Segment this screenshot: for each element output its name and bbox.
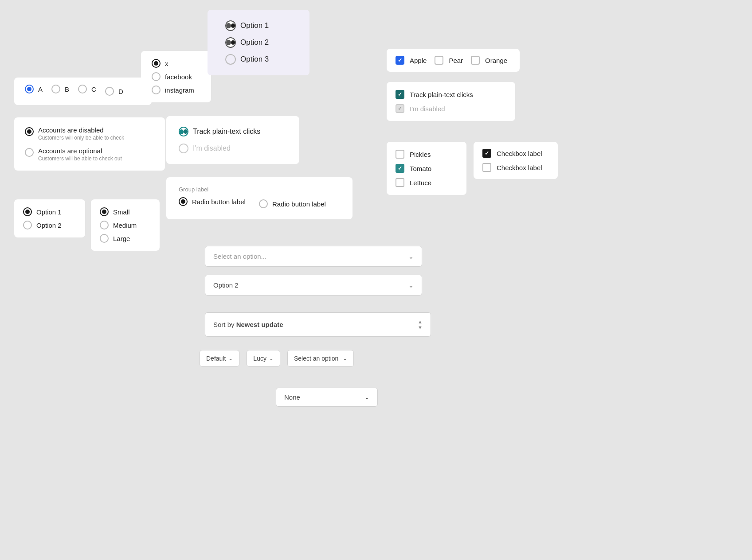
select-sortby[interactable]: Sort by Newest update ▲▼ xyxy=(205,312,431,337)
radio-option3-label: Option 3 xyxy=(240,55,269,64)
radio-group-btn2[interactable]: Radio button label xyxy=(259,199,326,208)
radio-option2-large[interactable]: Option 2 xyxy=(225,37,292,48)
select-option2[interactable]: Option 2 ⌄ xyxy=(205,275,422,296)
checkbox-label2-text: Checkbox label xyxy=(497,164,542,171)
select-sortby-text: Sort by Newest update xyxy=(213,321,283,328)
radio-opt2-small-label: Option 2 xyxy=(36,222,62,229)
radio-card-group: Group label Radio button label Radio but… xyxy=(166,177,352,219)
radio-facebook[interactable]: facebook xyxy=(152,72,200,81)
radio-large-circle xyxy=(100,234,109,243)
checkbox-tomato[interactable]: ✓ Tomato xyxy=(396,164,458,173)
radio-instagram[interactable]: instagram xyxy=(152,86,200,94)
checkbox-lettuce-box xyxy=(396,178,404,187)
radio-instagram-label: instagram xyxy=(165,86,194,94)
radio-facebook-circle xyxy=(152,72,161,81)
checkbox-pickles-label: Pickles xyxy=(410,151,431,158)
tomato-checkmark: ✓ xyxy=(398,166,402,171)
radio-opt1-small-circle xyxy=(23,207,32,216)
label1-checkmark: ✓ xyxy=(485,151,489,156)
radio-option1-circle xyxy=(225,20,236,31)
radio-d[interactable]: D xyxy=(105,87,123,96)
radio-small-label: Small xyxy=(113,208,130,216)
radio-instagram-circle xyxy=(152,86,161,94)
radio-track-circle xyxy=(179,127,188,136)
radio-group-btn2-label: Radio button label xyxy=(272,200,326,208)
radio-accounts-disabled-label: Accounts are disabled xyxy=(38,126,104,134)
checkbox-track-label: Track plain-text clicks xyxy=(410,91,473,98)
chevron-down-icon2: ⌄ xyxy=(408,282,414,289)
select-none-value: None xyxy=(284,393,300,401)
checkbox-track-box: ✓ xyxy=(396,90,404,99)
checkbox-card-fruits: ✓ Apple Pear Orange xyxy=(387,49,520,72)
select-an-option[interactable]: Select an option ⌄ xyxy=(287,350,354,367)
radio-disabled: I'm disabled xyxy=(179,144,287,153)
select-option-placeholder[interactable]: Select an option... ⌄ xyxy=(205,246,422,267)
radio-opt1-small-label: Option 1 xyxy=(36,208,62,216)
select-an-option-value: Select an option xyxy=(294,355,338,362)
radio-opt2-small[interactable]: Option 2 xyxy=(23,221,76,229)
select-lucy[interactable]: Lucy ⌄ xyxy=(247,350,280,367)
radio-accounts-optional[interactable]: Accounts are optional Customers will be … xyxy=(25,147,154,162)
checkbox-disabled-box: ✓ xyxy=(396,104,404,113)
checkbox-lettuce[interactable]: Lettuce xyxy=(396,178,458,187)
checkbox-apple-label: Apple xyxy=(410,57,427,64)
chevron-down-icon6: ⌄ xyxy=(364,394,369,401)
radio-card-xyz: x facebook instagram xyxy=(141,51,211,102)
radio-small[interactable]: Small xyxy=(100,207,151,216)
checkbox-disabled-label: I'm disabled xyxy=(410,105,445,113)
radio-group-btn1-label: Radio button label xyxy=(192,198,246,206)
checkbox-apple-box: ✓ xyxy=(396,56,404,65)
group-label: Group label xyxy=(179,186,340,193)
checkbox-pickles[interactable]: Pickles xyxy=(396,150,458,159)
radio-a[interactable]: A xyxy=(25,85,43,93)
radio-large[interactable]: Large xyxy=(100,234,151,243)
select-option-value: Select an option... xyxy=(213,253,266,260)
checkbox-orange-label: Orange xyxy=(485,57,507,64)
radio-medium-circle xyxy=(100,221,109,229)
checkbox-orange[interactable]: Orange xyxy=(471,56,507,65)
radio-x[interactable]: x xyxy=(152,59,200,68)
checkbox-pear-label: Pear xyxy=(449,57,463,64)
radio-medium[interactable]: Medium xyxy=(100,221,151,229)
checkbox-label1-box: ✓ xyxy=(482,149,491,158)
checkbox-label1[interactable]: ✓ Checkbox label xyxy=(482,149,549,158)
radio-opt1-small[interactable]: Option 1 xyxy=(23,207,76,216)
checkbox-track[interactable]: ✓ Track plain-text clicks xyxy=(396,90,506,99)
checkbox-apple[interactable]: ✓ Apple xyxy=(396,56,427,65)
select-default-value: Default xyxy=(206,355,226,362)
radio-a-label: A xyxy=(38,86,43,93)
checkbox-track-disabled: ✓ I'm disabled xyxy=(396,104,506,113)
select-default[interactable]: Default ⌄ xyxy=(200,350,239,367)
select-none[interactable]: None ⌄ xyxy=(276,388,378,407)
radio-accounts-disabled[interactable]: Accounts are disabled Customers will onl… xyxy=(25,126,154,141)
radio-option3-large[interactable]: Option 3 xyxy=(225,54,292,65)
radio-b[interactable]: B xyxy=(51,85,69,93)
chevron-down-icon: ⌄ xyxy=(408,253,414,260)
checkbox-pear[interactable]: Pear xyxy=(435,56,463,65)
radio-c[interactable]: C xyxy=(78,85,96,93)
radio-facebook-label: facebook xyxy=(165,73,192,81)
radio-b-circle xyxy=(51,85,60,93)
chevron-down-icon3: ⌄ xyxy=(228,355,233,362)
radio-card-accounts: Accounts are disabled Customers will onl… xyxy=(14,117,165,171)
radio-opt2-small-circle xyxy=(23,221,32,229)
radio-group-btn2-circle xyxy=(259,199,268,208)
radio-accounts-disabled-circle xyxy=(25,127,34,136)
select-lucy-value: Lucy xyxy=(253,355,266,362)
apple-checkmark: ✓ xyxy=(398,58,402,63)
radio-card-track: Track plain-text clicks I'm disabled xyxy=(166,116,299,164)
radio-large-label: Large xyxy=(113,235,130,242)
radio-group-btn1[interactable]: Radio button label xyxy=(179,197,246,206)
checkbox-label2[interactable]: Checkbox label xyxy=(482,163,549,172)
radio-disabled-circle xyxy=(179,144,188,153)
checkbox-label2-box xyxy=(482,163,491,172)
checkbox-card-track: ✓ Track plain-text clicks ✓ I'm disabled xyxy=(387,82,515,121)
radio-disabled-label: I'm disabled xyxy=(193,144,231,152)
radio-x-circle xyxy=(152,59,161,68)
radio-accounts-optional-sub: Customers will be able to check out xyxy=(38,156,122,162)
track-checkmark: ✓ xyxy=(398,92,402,97)
checkbox-label1-text: Checkbox label xyxy=(497,150,542,157)
radio-option1-large[interactable]: Option 1 xyxy=(225,20,292,31)
chevron-down-icon4: ⌄ xyxy=(269,355,274,362)
radio-track-clicks[interactable]: Track plain-text clicks xyxy=(179,127,287,136)
